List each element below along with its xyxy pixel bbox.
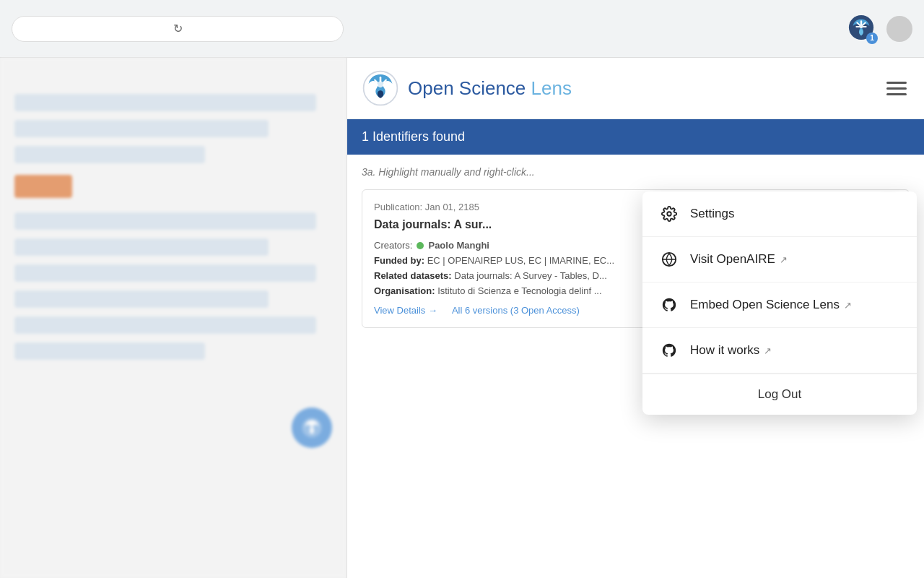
dropdown-item-visit-openaire[interactable]: Visit OpenAIRE ↗ bbox=[642, 237, 917, 282]
osl-header: Open Science Lens bbox=[347, 58, 924, 119]
creator-label: Creators: bbox=[374, 240, 412, 251]
github-icon-embed bbox=[660, 296, 679, 314]
external-link-icon-2: ↗ bbox=[844, 300, 852, 311]
svg-point-9 bbox=[378, 81, 384, 87]
refresh-icon[interactable]: ↻ bbox=[173, 22, 183, 35]
openaire-icon bbox=[660, 250, 679, 269]
dropdown-item-settings[interactable]: Settings bbox=[642, 191, 917, 237]
all-versions-link[interactable]: All 6 versions (3 Open Access) bbox=[452, 305, 580, 316]
datasets-label: Related datasets: bbox=[374, 270, 452, 281]
visit-openaire-label: Visit OpenAIRE ↗ bbox=[690, 252, 788, 267]
hamburger-line-3 bbox=[886, 93, 907, 95]
settings-label: Settings bbox=[690, 207, 734, 221]
instruction-text: 3a. Highlight manually and right-click..… bbox=[362, 166, 910, 178]
left-background-panel bbox=[0, 58, 346, 578]
osl-logo: Open Science Lens bbox=[362, 69, 884, 107]
org-label: Organisation: bbox=[374, 285, 435, 296]
view-details-link[interactable]: View Details → bbox=[374, 305, 437, 316]
visit-openaire-text: Visit OpenAIRE bbox=[690, 252, 775, 267]
how-it-works-label: How it works ↗ bbox=[690, 343, 772, 358]
address-bar[interactable]: ↻ bbox=[12, 16, 344, 42]
funded-label: Funded by: bbox=[374, 255, 424, 266]
osl-extension-panel: Open Science Lens 1 Identifiers found 3a… bbox=[346, 58, 924, 578]
hamburger-line-1 bbox=[886, 82, 907, 84]
external-link-icon-3: ↗ bbox=[764, 345, 772, 356]
creator-name: Paolo Manghi bbox=[428, 240, 489, 251]
svg-point-15 bbox=[667, 212, 671, 216]
profile-avatar[interactable] bbox=[886, 16, 912, 42]
dropdown-item-logout[interactable]: Log Out bbox=[642, 374, 917, 415]
main-content: Open Science Lens 1 Identifiers found 3a… bbox=[0, 58, 924, 578]
osl-title: Open Science Lens bbox=[408, 77, 572, 100]
hamburger-menu-button[interactable] bbox=[884, 79, 910, 98]
dropdown-item-how-it-works[interactable]: How it works ↗ bbox=[642, 328, 917, 374]
external-link-icon-1: ↗ bbox=[780, 254, 788, 265]
funded-value: EC | OPENAIREP LUS, EC | IMARINE, EC... bbox=[427, 255, 614, 266]
osl-logo-icon bbox=[362, 69, 399, 107]
how-it-works-text: How it works bbox=[690, 343, 759, 358]
osl-title-text2: Lens bbox=[531, 77, 572, 99]
org-value: Istituto di Scienza e Tecnologia delinf … bbox=[437, 285, 601, 296]
results-banner: 1 Identifiers found bbox=[347, 119, 924, 155]
creator-oa-indicator bbox=[417, 242, 424, 249]
extension-icon[interactable]: 1 bbox=[847, 14, 878, 44]
dropdown-item-embed-osl[interactable]: Embed Open Science Lens ↗ bbox=[642, 282, 917, 328]
github-icon-how bbox=[660, 341, 679, 360]
datasets-value: Data journals: A Survey - Tables, D... bbox=[454, 270, 606, 281]
browser-right-controls: 1 bbox=[847, 14, 912, 44]
browser-chrome: ↻ 1 bbox=[0, 0, 924, 58]
results-count-text: 1 Identifiers found bbox=[362, 129, 465, 144]
dropdown-menu: Settings Visit OpenAIRE ↗ bbox=[642, 191, 917, 415]
settings-icon bbox=[660, 204, 679, 223]
hamburger-line-2 bbox=[886, 87, 907, 90]
embed-osl-label: Embed Open Science Lens ↗ bbox=[690, 298, 852, 312]
osl-title-text1: Open Science bbox=[408, 77, 531, 99]
extension-notification-badge: 1 bbox=[866, 33, 878, 44]
settings-text: Settings bbox=[690, 207, 734, 221]
floating-icon bbox=[292, 407, 332, 448]
embed-osl-text: Embed Open Science Lens bbox=[690, 298, 840, 312]
logout-text: Log Out bbox=[758, 387, 802, 401]
